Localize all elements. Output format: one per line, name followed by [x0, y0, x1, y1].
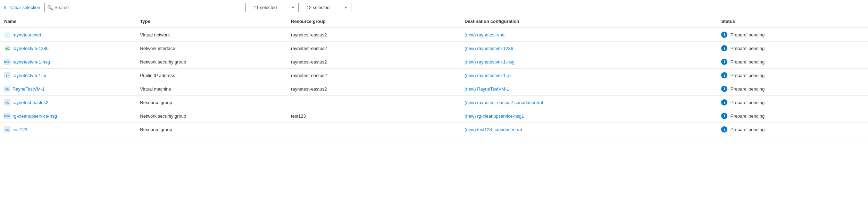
cell-type: Network security group: [136, 109, 287, 123]
dest-config-link[interactable]: (new) raynetestvm-1286: [465, 46, 513, 51]
table-row: IP raynetestvm-1-ip Public IP address ra…: [0, 69, 868, 82]
status-text: 'Prepare' pending: [729, 59, 765, 65]
dest-config-link[interactable]: (new) raynetestvm-1-ip: [465, 73, 511, 78]
dest-config-link[interactable]: (new) raynetest-eastus2-canadacentral: [465, 100, 543, 105]
resource-name-text[interactable]: raynetestvm-1-ip: [12, 73, 46, 78]
chevron-down-icon: ▼: [291, 6, 295, 9]
resource-name-link[interactable]: VM RayneTestVM-1: [4, 86, 132, 92]
svg-text:NIC: NIC: [5, 47, 10, 50]
type-filter-dropdown[interactable]: 11 selected ▼: [250, 3, 299, 12]
resource-type-text: Network security group: [140, 113, 186, 119]
info-icon[interactable]: i: [721, 113, 727, 119]
status-cell: i 'Prepare' pending: [721, 126, 864, 133]
info-icon[interactable]: i: [721, 99, 727, 105]
status-text: 'Prepare' pending: [729, 73, 765, 78]
status-cell: i 'Prepare' pending: [721, 59, 864, 65]
dest-config-link[interactable]: (new) raynetestvm-1-nsg: [465, 59, 515, 65]
resource-icon-nsg: NSG: [4, 113, 10, 119]
cell-rg: -: [287, 96, 460, 109]
svg-text:↔: ↔: [6, 33, 9, 37]
resource-name-text[interactable]: test123: [12, 127, 27, 132]
info-icon[interactable]: i: [721, 72, 727, 78]
cell-dest: (new) raynetestvm-1286: [460, 42, 717, 55]
cell-rg: -: [287, 123, 460, 136]
cell-name: ↔ raynetest-vnet: [0, 28, 136, 42]
dest-config-link[interactable]: (new) RayneTestVM-1: [465, 86, 509, 92]
status-text: 'Prepare' pending: [729, 113, 765, 119]
svg-text:IP: IP: [6, 74, 9, 77]
resource-type-text: Network interface: [140, 46, 175, 51]
resource-name-text[interactable]: rg-cleanupservice-nsg: [12, 113, 57, 119]
resource-type-text: Resource group: [140, 127, 172, 132]
resource-group-text: raynetest-eastus2: [291, 73, 327, 78]
cell-name: NIC raynetestvm-1286: [0, 42, 136, 55]
status-text: 'Prepare' pending: [729, 86, 765, 92]
resource-name-link[interactable]: NSG rg-cleanupservice-nsg: [4, 113, 132, 119]
resource-name-link[interactable]: ↔ raynetest-vnet: [4, 32, 132, 38]
col-header-name: Name: [0, 15, 136, 28]
dest-config-link[interactable]: (new) test123-canadacentral: [465, 127, 522, 132]
resource-type-text: Public IP address: [140, 73, 175, 78]
col-header-dest: Destination configuration: [460, 15, 717, 28]
resource-name-link[interactable]: RG test123: [4, 126, 132, 133]
cell-type: Network security group: [136, 55, 287, 69]
clear-selection-button[interactable]: Clear selection: [10, 3, 40, 11]
cell-status: i 'Prepare' pending: [717, 96, 868, 109]
dest-config-link[interactable]: (new) rg-cleanupservice-nsg1: [465, 113, 524, 119]
resource-icon-rg: RG: [4, 126, 10, 133]
col-header-rg: Resource group: [287, 15, 460, 28]
svg-text:NSG: NSG: [4, 115, 10, 118]
table-row: RG test123 Resource group - (new) test12…: [0, 123, 868, 136]
resource-name-link[interactable]: NSG raynetestvm-1-nsg: [4, 59, 132, 65]
info-icon[interactable]: i: [721, 32, 727, 38]
cell-name: IP raynetestvm-1-ip: [0, 69, 136, 82]
resource-name-link[interactable]: RG raynetest-eastus2: [4, 99, 132, 105]
info-icon[interactable]: i: [721, 45, 727, 51]
svg-text:RG: RG: [6, 102, 9, 104]
resource-type-text: Network security group: [140, 59, 186, 65]
select-all-link[interactable]: ll: [4, 5, 6, 10]
search-box: 🔍: [44, 3, 246, 12]
toolbar: ll Clear selection 🔍 11 selected ▼ 12 se…: [0, 0, 868, 15]
dest-config-link[interactable]: (new) raynetest-vnet: [465, 32, 506, 37]
resource-icon-nsg: NSG: [4, 59, 10, 65]
type-filter-label: 11 selected: [254, 5, 277, 10]
cell-rg: raynetest-eastus2: [287, 28, 460, 42]
search-input[interactable]: [44, 3, 246, 12]
table-header: Name Type Resource group Destination con…: [0, 15, 868, 28]
status-cell: i 'Prepare' pending: [721, 99, 864, 105]
status-cell: i 'Prepare' pending: [721, 45, 864, 51]
cell-dest: (new) rg-cleanupservice-nsg1: [460, 109, 717, 123]
cell-rg: test123: [287, 109, 460, 123]
table-row: RG raynetest-eastus2 Resource group - (n…: [0, 96, 868, 109]
status-cell: i 'Prepare' pending: [721, 72, 864, 78]
cell-name: VM RayneTestVM-1: [0, 82, 136, 96]
resource-name-text[interactable]: raynetestvm-1286: [12, 46, 49, 51]
cell-type: Virtual network: [136, 28, 287, 42]
selection-filter-dropdown[interactable]: 12 selected ▼: [303, 3, 351, 12]
info-icon[interactable]: i: [721, 126, 727, 133]
resource-name-text[interactable]: raynetest-vnet: [12, 32, 41, 37]
cell-dest: (new) raynetestvm-1-nsg: [460, 55, 717, 69]
resource-name-text[interactable]: RayneTestVM-1: [12, 86, 44, 92]
table-row: NSG rg-cleanupservice-nsg Network securi…: [0, 109, 868, 123]
resource-name-text[interactable]: raynetest-eastus2: [12, 100, 48, 105]
resource-icon-nic: NIC: [4, 45, 10, 51]
info-icon[interactable]: i: [721, 59, 727, 65]
chevron-down-icon: ▼: [344, 6, 348, 9]
resource-table-container: Name Type Resource group Destination con…: [0, 15, 868, 136]
cell-type: Network interface: [136, 42, 287, 55]
table-row: VM RayneTestVM-1 Virtual machine raynete…: [0, 82, 868, 96]
cell-status: i 'Prepare' pending: [717, 42, 868, 55]
status-text: 'Prepare' pending: [729, 32, 765, 37]
table-row: NSG raynetestvm-1-nsg Network security g…: [0, 55, 868, 69]
cell-rg: raynetest-eastus2: [287, 55, 460, 69]
status-cell: i 'Prepare' pending: [721, 86, 864, 92]
svg-text:RG: RG: [6, 129, 9, 131]
info-icon[interactable]: i: [721, 86, 727, 92]
table-row: ↔ raynetest-vnet Virtual network raynete…: [0, 28, 868, 42]
status-text: 'Prepare' pending: [729, 127, 765, 132]
resource-name-link[interactable]: NIC raynetestvm-1286: [4, 45, 132, 51]
resource-name-text[interactable]: raynetestvm-1-nsg: [12, 59, 50, 65]
resource-name-link[interactable]: IP raynetestvm-1-ip: [4, 72, 132, 78]
